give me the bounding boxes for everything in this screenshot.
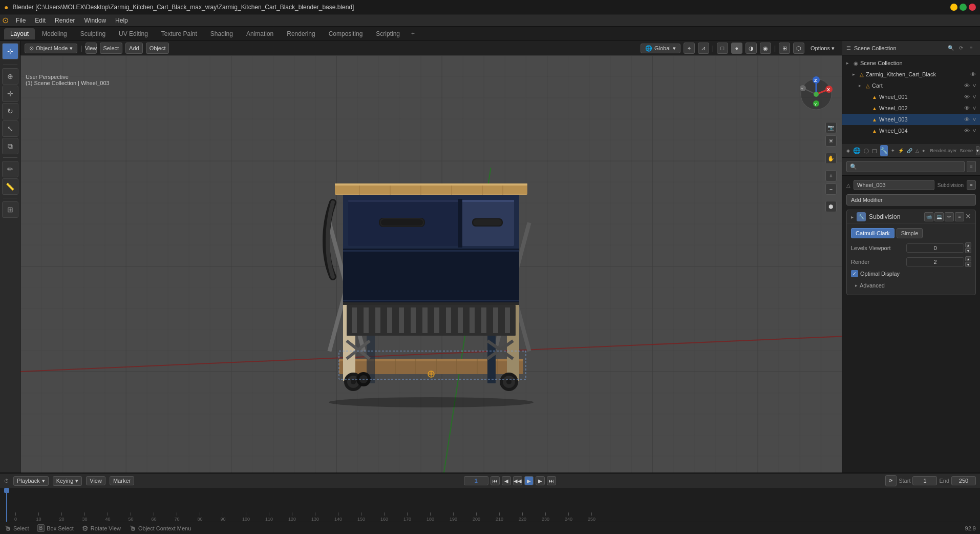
minimize-button[interactable] bbox=[950, 4, 957, 11]
reverse-play-button[interactable]: ◀◀ bbox=[513, 476, 522, 485]
render-value[interactable]: 2 bbox=[906, 257, 964, 266]
viewport-select-menu[interactable]: Select bbox=[100, 43, 123, 54]
close-button[interactable] bbox=[969, 4, 976, 11]
global-transform-button[interactable]: 🌐 Global ▾ bbox=[641, 44, 680, 53]
tab-layout[interactable]: Layout bbox=[4, 28, 35, 39]
menu-render[interactable]: Render bbox=[51, 16, 79, 25]
cursor-tool-button[interactable]: ⊕ bbox=[2, 68, 18, 85]
viewport[interactable]: ⊙ Object Mode ▾ | View Select Add Object… bbox=[20, 41, 842, 473]
levels-viewport-value[interactable]: 0 bbox=[906, 243, 964, 253]
outliner-item-wheel002[interactable]: ▲ Wheel_002 👁 V bbox=[842, 102, 980, 114]
modifier-icon[interactable]: 🔧 bbox=[880, 145, 888, 156]
start-frame-input[interactable]: 1 bbox=[912, 476, 937, 485]
xray-button[interactable]: ⬡ bbox=[793, 43, 804, 54]
rendered-mode-button[interactable]: ◉ bbox=[760, 43, 771, 54]
select-tool-button[interactable]: ⊹ bbox=[2, 43, 18, 59]
modifier-expand-button[interactable]: ≡ bbox=[955, 212, 964, 221]
menu-window[interactable]: Window bbox=[80, 16, 110, 25]
tab-scripting[interactable]: Scripting bbox=[370, 28, 406, 39]
simple-button[interactable]: Simple bbox=[897, 228, 923, 238]
wheel002-visibility[interactable]: 👁 bbox=[964, 105, 970, 111]
modifier-expand-icon[interactable]: ▸ bbox=[851, 214, 854, 220]
viewport-add-menu[interactable]: Add bbox=[125, 43, 143, 54]
proportional-edit-button[interactable]: ⊿ bbox=[698, 43, 709, 54]
transform-tool-button[interactable]: ⧉ bbox=[2, 138, 18, 154]
object-options-button[interactable]: ≡ bbox=[967, 180, 976, 190]
viewport-object-menu[interactable]: Object bbox=[146, 43, 169, 54]
viewport-gizmo[interactable]: X Y Z Y bbox=[796, 74, 837, 115]
outliner-item-wheel003[interactable]: ▲ Wheel_003 👁 V bbox=[842, 114, 980, 125]
step-back-button[interactable]: ◀ bbox=[502, 476, 511, 485]
outliner-item-scene-collection[interactable]: ▸ ◉ Scene Collection bbox=[842, 57, 980, 69]
wireframe-mode-button[interactable]: □ bbox=[717, 43, 728, 54]
render-layer-select[interactable]: ▾ bbox=[976, 146, 979, 155]
modifier-close-button[interactable]: ✕ bbox=[965, 212, 971, 221]
levels-vp-up-button[interactable]: ▲ bbox=[965, 242, 971, 248]
outliner-settings-button[interactable]: ≡ bbox=[967, 44, 976, 53]
visibility-icon[interactable]: 👁 bbox=[970, 71, 976, 77]
play-button[interactable]: ▶ bbox=[524, 476, 534, 485]
jump-end-button[interactable]: ⏭ bbox=[547, 476, 556, 485]
add-workspace-button[interactable]: + bbox=[407, 28, 419, 39]
outliner-item-wheel004[interactable]: ▲ Wheel_004 👁 V bbox=[842, 125, 980, 136]
material-preview-button[interactable]: ◑ bbox=[745, 43, 757, 54]
scale-tool-button[interactable]: ⤡ bbox=[2, 120, 18, 137]
zoom-out-button[interactable]: − bbox=[825, 183, 837, 195]
menu-help[interactable]: Help bbox=[111, 16, 132, 25]
options-button[interactable]: Options ▾ bbox=[807, 45, 838, 52]
outliner-item-zarmig[interactable]: ▸ △ Zarmig_Kitchen_Cart_Black 👁 bbox=[842, 69, 980, 80]
render-up-button[interactable]: ▲ bbox=[965, 256, 971, 261]
outliner-item-cart[interactable]: ▸ △ Cart 👁 V bbox=[842, 80, 980, 91]
wheel003-visibility[interactable]: 👁 bbox=[964, 116, 970, 122]
optimal-display-checkbox-wrap[interactable]: ✓ Optimal Display bbox=[851, 270, 900, 277]
modifier-apply-viewport-button[interactable]: 💻 bbox=[934, 212, 944, 221]
wheel004-visibility[interactable]: 👁 bbox=[964, 128, 970, 134]
zoom-in-button[interactable]: + bbox=[825, 170, 837, 181]
outliner-filter-button[interactable]: 🔍 bbox=[946, 44, 955, 53]
constraints-icon[interactable]: 🔗 bbox=[907, 145, 912, 156]
properties-search-input[interactable] bbox=[846, 161, 965, 172]
modifier-apply-render-button[interactable]: 📹 bbox=[924, 212, 933, 221]
timeline-ruler-area[interactable]: 0 10 20 30 40 bbox=[0, 488, 980, 522]
object-mode-selector[interactable]: ⊙ Object Mode ▾ bbox=[25, 44, 77, 53]
modifier-name-field[interactable]: Subdivision bbox=[869, 213, 921, 220]
maximize-button[interactable] bbox=[960, 4, 967, 11]
overlay-button[interactable]: ⊞ bbox=[779, 43, 790, 54]
playback-dropdown[interactable]: Playback ▾ bbox=[13, 476, 49, 486]
advanced-section[interactable]: ▸ Advanced bbox=[851, 280, 971, 291]
timeline-view-dropdown[interactable]: View bbox=[86, 476, 105, 485]
current-frame-input[interactable]: 1 bbox=[464, 476, 488, 485]
cart-visibility-icon[interactable]: 👁 bbox=[964, 83, 970, 89]
modifier-apply-edit-button[interactable]: ✏ bbox=[945, 212, 954, 221]
tab-sculpting[interactable]: Sculpting bbox=[74, 28, 112, 39]
add-modifier-button[interactable]: Add Modifier bbox=[846, 194, 976, 206]
snap-button[interactable]: ⌖ bbox=[684, 43, 695, 54]
active-tool-icon[interactable]: ◈ bbox=[846, 145, 850, 156]
camera-button[interactable]: 📷 bbox=[825, 122, 837, 133]
end-frame-input[interactable]: 250 bbox=[951, 476, 976, 485]
object-icon[interactable]: ◻ bbox=[872, 145, 877, 156]
menu-edit[interactable]: Edit bbox=[31, 16, 50, 25]
hand-navigate-button[interactable]: ✋ bbox=[825, 153, 837, 164]
jump-start-button[interactable]: ⏮ bbox=[491, 476, 500, 485]
add-object-button[interactable]: ⊞ bbox=[2, 201, 18, 218]
viewport-view-menu[interactable]: View bbox=[86, 43, 97, 54]
local-view-button[interactable]: ⬢ bbox=[825, 201, 837, 212]
marker-dropdown[interactable]: Marker bbox=[110, 476, 134, 485]
keying-dropdown[interactable]: Keying ▾ bbox=[53, 476, 82, 486]
particles-icon[interactable]: ✦ bbox=[891, 145, 895, 156]
move-tool-button[interactable]: ✛ bbox=[2, 86, 18, 102]
render-down-button[interactable]: ▼ bbox=[965, 262, 971, 267]
tab-modeling[interactable]: Modeling bbox=[36, 28, 73, 39]
tab-texture-paint[interactable]: Texture Paint bbox=[155, 28, 203, 39]
object-data-icon[interactable]: △ bbox=[915, 145, 919, 156]
physics-icon[interactable]: ⚡ bbox=[898, 145, 904, 156]
scene-icon[interactable]: 🌐 bbox=[853, 145, 861, 156]
tab-rendering[interactable]: Rendering bbox=[281, 28, 321, 39]
material-icon[interactable]: ● bbox=[922, 145, 925, 156]
solid-mode-button[interactable]: ● bbox=[731, 43, 742, 54]
measure-button[interactable]: 📏 bbox=[2, 178, 18, 195]
catmull-clark-button[interactable]: Catmull-Clark bbox=[851, 228, 894, 238]
frame-indicator-handle[interactable] bbox=[4, 488, 9, 493]
optimal-display-checkbox[interactable]: ✓ bbox=[851, 270, 858, 277]
